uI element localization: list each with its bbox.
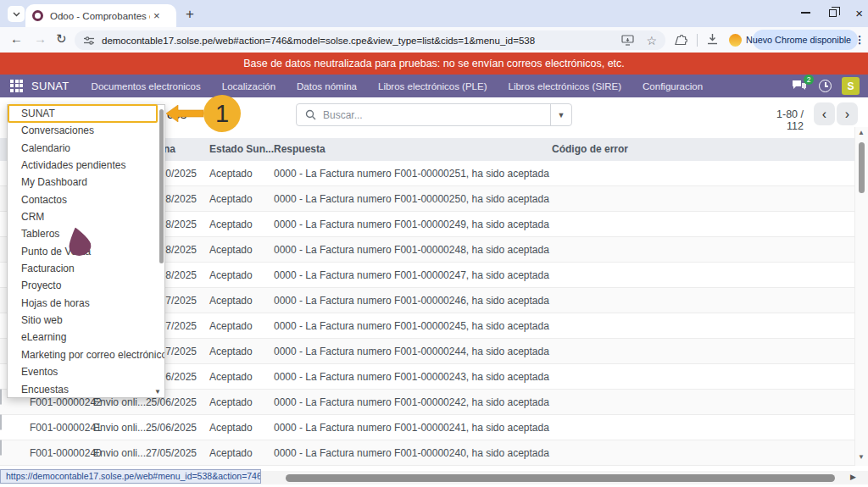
chrome-update-label: Nuevo Chrome disponible bbox=[746, 35, 851, 45]
download-icon[interactable] bbox=[706, 33, 719, 46]
vertical-scroll-thumb[interactable] bbox=[859, 142, 865, 193]
menu-item[interactable]: Actividades pendientes bbox=[8, 157, 164, 174]
search-placeholder: Buscar... bbox=[323, 109, 550, 121]
cell-estado: Aceptado bbox=[209, 193, 253, 205]
messages-badge: 2 bbox=[804, 75, 814, 85]
col-header-codigo[interactable]: Código de error bbox=[552, 143, 628, 155]
row-checkbox[interactable] bbox=[0, 389, 2, 405]
odoo-favicon-icon bbox=[32, 10, 43, 21]
site-settings-icon[interactable] bbox=[83, 36, 95, 46]
cell-estado: Aceptado bbox=[209, 269, 253, 281]
tab-close-icon[interactable]: × bbox=[153, 9, 160, 22]
menu-item[interactable]: Calendario bbox=[8, 140, 164, 157]
cell-respuesta: 0000 - La Factura numero F001-00000241, … bbox=[274, 422, 549, 434]
nav-menu-item[interactable]: Libros electrónicos (SIRE) bbox=[508, 81, 621, 91]
forward-icon[interactable]: → bbox=[34, 31, 47, 46]
cell-number: F001-00000242 bbox=[30, 396, 102, 408]
annotation-step-badge: 1 bbox=[203, 95, 241, 132]
search-icon bbox=[305, 109, 316, 120]
cell-estado: Aceptado bbox=[209, 168, 253, 180]
annotation-step-number: 1 bbox=[215, 100, 229, 128]
cell-fecha: 27/05/2025 bbox=[127, 447, 197, 459]
window-close-icon[interactable]: × bbox=[855, 7, 863, 19]
user-avatar[interactable]: S bbox=[842, 77, 860, 95]
cell-respuesta: 0000 - La Factura numero F001-00000251, … bbox=[274, 168, 549, 180]
link-status-bar: https://democontable17.solse.pe/web#menu… bbox=[0, 469, 261, 484]
menu-scroll-down-icon[interactable]: ▼ bbox=[154, 388, 161, 396]
nav-menu-item[interactable]: Configuracion bbox=[643, 81, 703, 91]
scroll-up-icon[interactable]: ▲ bbox=[858, 129, 865, 136]
table-row[interactable]: F001-00000241 Envio onli... 25/06/2025 A… bbox=[0, 415, 854, 440]
send-to-device-icon[interactable] bbox=[621, 35, 634, 46]
table-row[interactable]: F001-00000240 Envio onli... 27/05/2025 A… bbox=[0, 440, 854, 466]
cell-fecha: 25/06/2025 bbox=[127, 422, 197, 434]
neutralized-db-banner: Base de datos neutralizada para pruebas:… bbox=[0, 53, 868, 75]
row-checkbox[interactable] bbox=[0, 414, 2, 430]
reload-icon[interactable]: ↻ bbox=[56, 31, 67, 47]
nav-menu-item[interactable]: Localización bbox=[222, 81, 275, 91]
cell-respuesta: 0000 - La Factura numero F001-00000250, … bbox=[274, 193, 549, 205]
menu-item[interactable]: Marketing por correo electrónico bbox=[8, 346, 164, 363]
horizontal-scroll-thumb[interactable] bbox=[286, 474, 835, 482]
extensions-icon[interactable] bbox=[675, 33, 688, 47]
nav-menu-item[interactable]: Documentos electronicos bbox=[92, 81, 201, 91]
profile-avatar-icon[interactable] bbox=[729, 34, 742, 47]
nav-menu-item[interactable]: Libros electrónicos (PLE) bbox=[378, 81, 487, 91]
url-bar[interactable]: democontable17.solse.pe/web#action=746&m… bbox=[75, 30, 665, 50]
col-header-estado[interactable]: Estado Sun... bbox=[209, 143, 274, 155]
new-tab-button[interactable]: + bbox=[180, 5, 200, 24]
scroll-right-icon[interactable]: ▶ bbox=[850, 473, 856, 481]
menu-item[interactable]: Contactos bbox=[8, 191, 164, 208]
annotation-arrow-icon bbox=[166, 105, 203, 122]
menu-item[interactable]: Proyecto bbox=[8, 277, 164, 294]
cell-respuesta: 0000 - La Factura numero F001-00000242, … bbox=[274, 396, 549, 408]
row-checkbox[interactable] bbox=[0, 440, 2, 456]
tab-search-button[interactable] bbox=[8, 6, 25, 22]
browser-tab[interactable]: Odoo - Comprobantes electron × bbox=[25, 4, 176, 27]
menu-item[interactable]: eLearning bbox=[8, 329, 164, 346]
back-icon[interactable]: ← bbox=[10, 31, 23, 46]
menu-item[interactable]: Hojas de horas bbox=[8, 295, 164, 312]
cell-respuesta: 0000 - La Factura numero F001-00000240, … bbox=[274, 447, 549, 459]
apps-grid-icon[interactable] bbox=[10, 80, 24, 93]
pager-prev-button[interactable]: ‹ bbox=[814, 102, 835, 125]
navbar-right: 2 S bbox=[792, 77, 860, 95]
search-input[interactable]: Buscar... ▼ bbox=[296, 103, 572, 126]
menu-item[interactable]: Encuestas bbox=[8, 381, 164, 398]
bookmark-star-icon[interactable]: ☆ bbox=[646, 34, 657, 47]
chrome-update-button[interactable]: Nuevo Chrome disponible ⋮ bbox=[753, 30, 858, 50]
menu-item[interactable]: CRM bbox=[8, 208, 164, 225]
search-dropdown-icon[interactable]: ▼ bbox=[550, 104, 571, 125]
menu-item[interactable]: Eventos bbox=[8, 363, 164, 380]
cell-estado: Aceptado bbox=[209, 219, 253, 230]
pager: ‹ › bbox=[814, 102, 858, 125]
menu-item[interactable]: Conversaciones bbox=[8, 122, 164, 139]
odoo-navbar: SUNAT Documentos electronicosLocalizació… bbox=[0, 75, 868, 97]
col-header-fecha[interactable]: na bbox=[164, 143, 175, 155]
cell-respuesta: 0000 - La Factura numero F001-00000249, … bbox=[274, 219, 549, 230]
chevron-down-icon bbox=[13, 12, 20, 17]
menu-item[interactable]: My Dashboard bbox=[8, 174, 164, 191]
cell-fecha: 25/06/2025 bbox=[127, 396, 197, 408]
menu-scroll-thumb[interactable] bbox=[159, 109, 164, 263]
pager-next-button[interactable]: › bbox=[837, 102, 858, 125]
nav-menu-item[interactable]: Datos nómina bbox=[297, 81, 357, 91]
activities-clock-icon[interactable] bbox=[819, 80, 832, 92]
tab-strip: Odoo - Comprobantes electron × + × bbox=[0, 0, 868, 27]
menu-item[interactable]: Facturacion bbox=[8, 260, 164, 277]
col-header-respuesta[interactable]: Respuesta bbox=[274, 143, 326, 155]
scroll-down-icon[interactable]: ▼ bbox=[858, 453, 865, 461]
vertical-scrollbar[interactable]: ▲ ▼ bbox=[854, 127, 868, 466]
restore-icon[interactable] bbox=[829, 9, 837, 17]
cell-number: F001-00000240 bbox=[30, 447, 102, 459]
cell-respuesta: 0000 - La Factura numero F001-00000248, … bbox=[274, 244, 549, 256]
kebab-menu-icon[interactable]: ⋮ bbox=[854, 34, 865, 46]
minimize-icon[interactable] bbox=[801, 12, 810, 14]
app-name[interactable]: SUNAT bbox=[31, 80, 70, 92]
menu-item[interactable]: Sitio web bbox=[8, 312, 164, 329]
cell-respuesta: 0000 - La Factura numero F001-00000243, … bbox=[274, 371, 549, 383]
messages-icon[interactable]: 2 bbox=[792, 80, 809, 93]
cell-number: F001-00000241 bbox=[30, 422, 102, 434]
browser-toolbar: ← → ↻ democontable17.solse.pe/web#action… bbox=[0, 27, 868, 53]
cell-estado: Aceptado bbox=[209, 422, 253, 434]
